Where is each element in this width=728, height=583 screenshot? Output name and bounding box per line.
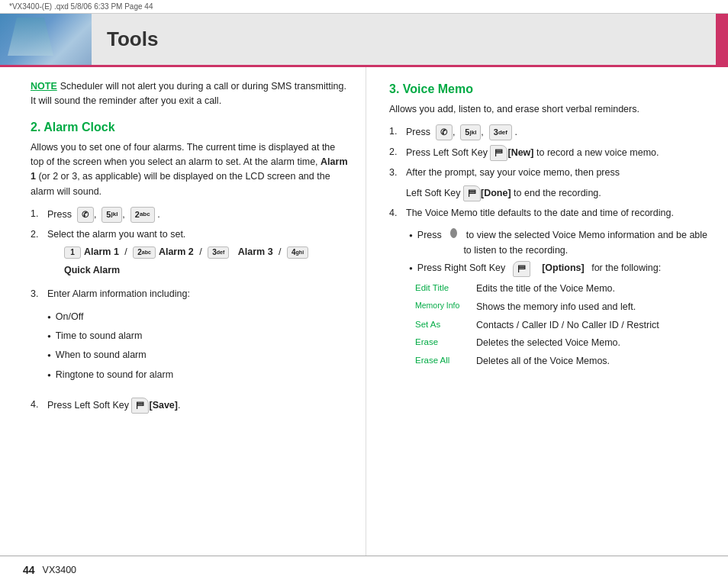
vm-step4-text: The Voice Memo title defaults to the dat…: [406, 206, 674, 221]
vm-key-3: 3def: [489, 124, 512, 140]
option-erase-all: Erase All Deletes all of the Voice Memos…: [415, 354, 710, 369]
step4-num: 4.: [31, 398, 43, 412]
done-label: [Done]: [481, 188, 511, 198]
option-set-as: Set As Contacts / Caller ID / No Caller …: [415, 318, 710, 333]
right-column: 3. Voice Memo Allows you add, listen to,…: [366, 67, 728, 556]
vm-key-5: 5jkl: [460, 124, 481, 140]
vm-step4-num: 4.: [389, 206, 401, 221]
footer-model: VX3400: [43, 565, 76, 575]
section2-body: Allows you to set one of four alarms. Th…: [31, 140, 350, 200]
step3: 3. Enter Alarm information including: On…: [31, 287, 350, 393]
vm-step3-text: After the prompt, say your voice memo, t…: [406, 166, 620, 180]
option-memory-info-label: Memory Info: [415, 300, 476, 312]
section3-body: Allows you add, listen to, and erase sho…: [389, 102, 710, 117]
key-phone: ✆: [77, 207, 94, 223]
key-1: 1: [64, 246, 81, 259]
vm-step2-content: Press Left Soft Key ⛿[New] to record a n…: [406, 145, 659, 161]
header-accent-bar: [716, 14, 728, 65]
vm-step1-content: Press ✆, 5jkl, 3def .: [406, 124, 517, 140]
key-4: 4ghi: [287, 246, 308, 259]
option-set-as-label: Set As: [415, 318, 476, 331]
key-2b: 2abc: [133, 246, 156, 259]
step3-num: 3.: [31, 287, 43, 301]
step4: 4. Press Left Soft Key ⛿[Save].: [31, 398, 350, 414]
step1-content: Press ✆, 5jkl, 2abc .: [47, 207, 160, 223]
option-erase-label: Erase: [415, 336, 476, 349]
step4-content: Press Left Soft Key ⛿[Save].: [47, 398, 180, 414]
option-set-as-desc: Contacts / Caller ID / No Caller ID / Re…: [476, 318, 710, 333]
vm-soft-options: ⛿: [513, 261, 530, 277]
tools-header: Tools: [0, 14, 728, 67]
vm-soft-new: ⛿: [490, 145, 507, 161]
alarm2-label: Alarm 2: [159, 245, 194, 259]
option-memory-info-desc: Shows the memory info used and left.: [476, 300, 710, 314]
vm-step2-num: 2.: [389, 145, 401, 159]
vm-step1-num: 1.: [389, 124, 401, 139]
vm-step4-row: 4. The Voice Memo title defaults to the …: [389, 206, 674, 221]
option-erase-desc: Deletes the selected Voice Memo.: [476, 336, 710, 350]
alarm1-label: Alarm 1: [84, 245, 119, 259]
step2: 2. Select the alarm you want to set. 1 A…: [31, 227, 350, 282]
step2-num: 2.: [31, 227, 43, 242]
header-image: [0, 14, 92, 65]
voice-memo-steps: 1. Press ✆, 5jkl, 3def . 2. Press Left S…: [389, 124, 710, 376]
vm-step3-done: Left Soft Key ⛿[Done] to end the recordi…: [406, 185, 601, 201]
new-label: [New]: [507, 147, 533, 158]
option-erase-all-label: Erase All: [415, 354, 476, 367]
vm-sub2: Press Right Soft Key ⛿ [Options] for the…: [409, 261, 710, 277]
option-memory-info: Memory Info Shows the memory info used a…: [415, 300, 710, 314]
key-soft-save: ⛿: [131, 398, 149, 414]
bullet-ringtone: Ringtone to sound for alarm: [47, 368, 173, 382]
vm-key-phone: ✆: [436, 124, 453, 140]
steps-list: 1. Press ✆, 5jkl, 2abc . 2. Select the a…: [31, 207, 350, 414]
option-erase-all-desc: Deletes all of the Voice Memos.: [476, 354, 710, 369]
vm-sub1: Press to view the selected Voice Memo in…: [409, 228, 710, 258]
options-table: Edit Title Edits the title of the Voice …: [415, 282, 710, 369]
section2-heading: 2. Alarm Clock: [31, 121, 350, 134]
vm-step3-row: 3. After the prompt, say your voice memo…: [389, 166, 620, 180]
vm-sub-options: Press to view the selected Voice Memo in…: [406, 228, 710, 372]
options-label: [Options]: [542, 261, 585, 275]
circle-icon: [450, 228, 457, 238]
step3-text: Enter Alarm information including:: [47, 287, 190, 301]
vm-step3: 3. After the prompt, say your voice memo…: [389, 166, 710, 201]
vm-step1: 1. Press ✆, 5jkl, 3def .: [389, 124, 710, 140]
key-2: 2abc: [130, 207, 155, 223]
bullet-when: When to sound alarm: [47, 348, 173, 362]
alarm3-label: Alarm 3: [238, 245, 273, 259]
vm-soft-done: ⛿: [463, 185, 481, 201]
header-title-area: Tools: [92, 14, 716, 65]
bullet-on-off: On/Off: [47, 310, 173, 324]
top-bar-text: *VX3400-(E) .qxd 5/8/06 6:33 PM Page 44: [9, 2, 153, 11]
note-block: NOTEScheduler will not alert you during …: [31, 79, 350, 108]
note-label: NOTE: [31, 81, 57, 92]
left-column: NOTEScheduler will not alert you during …: [0, 67, 366, 556]
step2-content: Select the alarm you want to set. 1 Alar…: [47, 227, 350, 282]
step1-num: 1.: [31, 207, 43, 221]
alarm-options-row: 1 Alarm 1 / 2abc Alarm 2 / 3def Alarm 3 …: [64, 245, 350, 278]
step2-text: Select the alarm you want to set.: [47, 229, 185, 240]
footer-page-number: 44: [23, 564, 35, 576]
quick-alarm-label: Quick Alarm: [64, 263, 120, 278]
main-content: NOTEScheduler will not alert you during …: [0, 67, 728, 556]
key-5: 5jkl: [101, 207, 122, 223]
bullet-time: Time to sound alarm: [47, 329, 173, 343]
top-bar: *VX3400-(E) .qxd 5/8/06 6:33 PM Page 44: [0, 0, 728, 14]
vm-step4: 4. The Voice Memo title defaults to the …: [389, 206, 710, 377]
option-edit-title: Edit Title Edits the title of the Voice …: [415, 282, 710, 296]
vm-step2: 2. Press Left Soft Key ⛿[New] to record …: [389, 145, 710, 161]
section3-heading: 3. Voice Memo: [389, 82, 710, 96]
option-edit-title-label: Edit Title: [415, 282, 476, 295]
step1: 1. Press ✆, 5jkl, 2abc .: [31, 207, 350, 223]
save-label: [Save]: [149, 400, 178, 411]
footer: 44 VX3400: [0, 556, 728, 583]
alarm-info-list: On/Off Time to sound alarm When to sound…: [47, 310, 173, 388]
note-text: Scheduler will not alert you during a ca…: [31, 81, 346, 106]
vm-step3-num: 3.: [389, 166, 401, 180]
step3-row: 3. Enter Alarm information including:: [31, 287, 190, 301]
header-title: Tools: [107, 27, 158, 51]
option-erase: Erase Deletes the selected Voice Memo.: [415, 336, 710, 350]
option-edit-title-desc: Edits the title of the Voice Memo.: [476, 282, 710, 296]
key-3: 3def: [208, 246, 229, 259]
